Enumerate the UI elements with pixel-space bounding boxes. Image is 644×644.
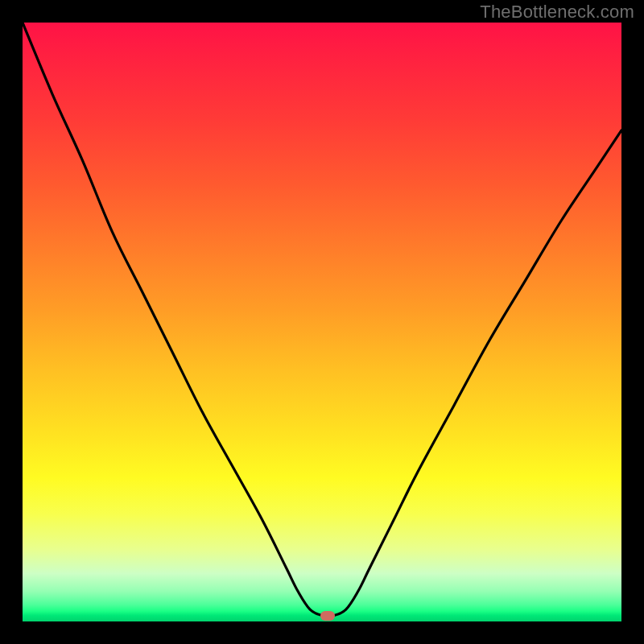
chart-frame: TheBottleneck.com — [0, 0, 644, 644]
plot-area — [23, 23, 621, 621]
bottleneck-curve — [23, 23, 621, 621]
watermark-text: TheBottleneck.com — [480, 2, 634, 23]
optimum-dot — [320, 611, 335, 621]
